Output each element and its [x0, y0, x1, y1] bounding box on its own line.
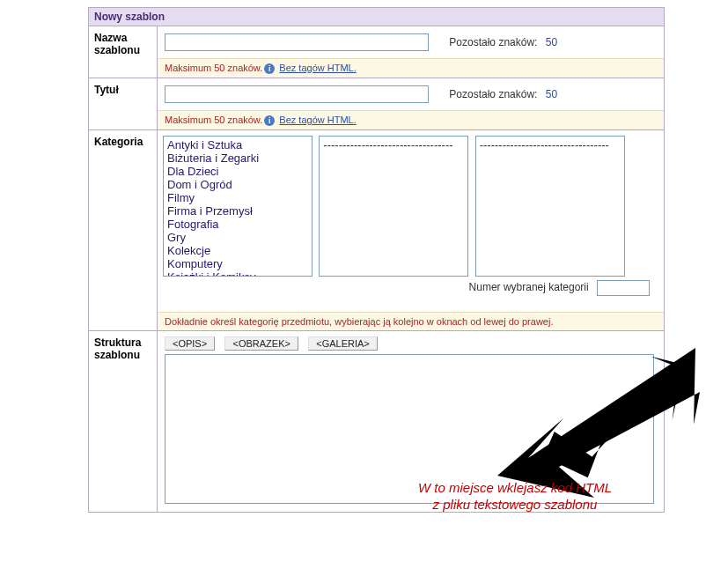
- template-form-table: Nowy szablon Nazwa szablonu Pozostało zn…: [88, 7, 665, 513]
- category-select-2[interactable]: ----------------------------------: [319, 136, 468, 277]
- category-placeholder-option[interactable]: ----------------------------------: [321, 138, 466, 151]
- structure-label: Struktura szablonu: [89, 331, 158, 513]
- category-option[interactable]: Dla Dzieci: [165, 165, 310, 178]
- name-input[interactable]: [165, 33, 429, 51]
- category-option[interactable]: Książki i Komiksy: [165, 270, 310, 277]
- form-header: Nowy szablon: [89, 8, 665, 26]
- structure-textarea[interactable]: [165, 354, 654, 504]
- category-option[interactable]: Komputery: [165, 257, 310, 270]
- name-hint: Maksimum 50 znaków.i Bez tagów HTML.: [158, 58, 664, 78]
- category-num-input[interactable]: [597, 280, 650, 296]
- title-label: Tytuł: [89, 78, 158, 130]
- category-select-3[interactable]: ----------------------------------: [475, 136, 625, 277]
- title-counter-value: 50: [546, 88, 557, 100]
- category-option[interactable]: Dom i Ogród: [165, 178, 310, 191]
- category-option[interactable]: Filmy: [165, 191, 310, 204]
- category-option[interactable]: Kolekcje: [165, 244, 310, 257]
- category-option[interactable]: Biżuteria i Zegarki: [165, 151, 310, 165]
- info-icon: i: [264, 63, 275, 74]
- category-hint: Dokładnie określ kategorię przedmiotu, w…: [158, 312, 664, 330]
- title-hint: Maksimum 50 znaków.i Bez tagów HTML.: [158, 110, 664, 129]
- category-option[interactable]: Gry: [165, 231, 310, 244]
- category-select-1[interactable]: Antyki i SztukaBiżuteria i ZegarkiDla Dz…: [163, 136, 313, 277]
- obrazek-button[interactable]: <OBRAZEK>: [224, 336, 298, 351]
- name-counter-label: Pozostało znaków: 50: [449, 36, 557, 48]
- name-hint-link[interactable]: Bez tagów HTML.: [279, 63, 356, 73]
- galeria-button[interactable]: <GALERIA>: [308, 336, 378, 351]
- name-counter-value: 50: [546, 36, 557, 48]
- title-counter-label: Pozostało znaków: 50: [449, 88, 557, 100]
- opis-button[interactable]: <OPIS>: [165, 336, 215, 351]
- category-option[interactable]: Firma i Przemysł: [165, 204, 310, 218]
- title-input[interactable]: [165, 85, 429, 103]
- category-label: Kategoria: [89, 130, 158, 331]
- category-option[interactable]: Fotografia: [165, 218, 310, 231]
- category-option[interactable]: Antyki i Sztuka: [165, 138, 310, 151]
- category-num-label: Numer wybranej kategorii: [469, 281, 589, 293]
- info-icon: i: [264, 115, 275, 126]
- category-placeholder-option[interactable]: ----------------------------------: [478, 138, 622, 151]
- name-label: Nazwa szablonu: [89, 26, 158, 78]
- title-hint-link[interactable]: Bez tagów HTML.: [279, 115, 356, 125]
